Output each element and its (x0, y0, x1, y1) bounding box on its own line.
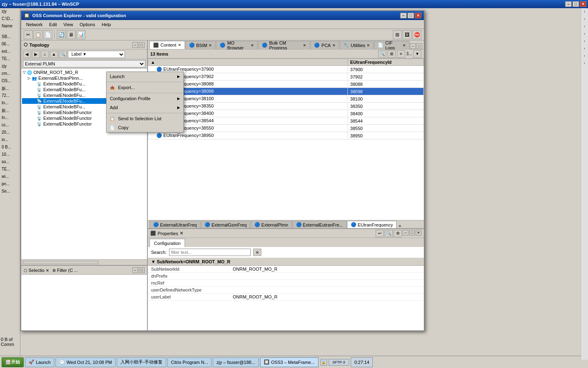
toolbar-chart[interactable]: 📊 (76, 30, 85, 39)
tab-bsim-close[interactable]: ✕ (209, 43, 212, 47)
ime-item-4[interactable]: r (581, 32, 588, 38)
left-panel-item-1[interactable]: zjy (0, 8, 20, 16)
taskbar-datetime[interactable]: 🕙 Wed Oct 21, 10:08 PM (56, 357, 116, 367)
toolbar-refresh[interactable]: 🔄 (57, 30, 66, 39)
props-minimize-btn[interactable]: – (403, 230, 408, 236)
ime-item-7[interactable]: r (581, 54, 588, 61)
table-row[interactable]: 🔵 EUtranFrequency=3840038400 (148, 110, 424, 117)
left-panel-item-23[interactable]: wi... (0, 173, 20, 181)
table-row[interactable]: 🔵 EUtranFrequency=3790037900 (148, 66, 424, 73)
left-panel-item-14[interactable]: 新... (0, 107, 20, 114)
topo-forward-btn[interactable]: ▶ (32, 51, 40, 58)
table-row[interactable]: 🔵 EUtranFrequency=3895038950 (148, 132, 424, 139)
ctx-export[interactable]: 📤 Export... (107, 83, 183, 92)
props-search-go-btn[interactable]: ✕ (253, 249, 261, 256)
left-panel-item-13[interactable]: In... (0, 100, 20, 107)
ime-item-2[interactable]: r (581, 17, 588, 24)
props-search-input[interactable] (169, 249, 251, 256)
left-panel-item-18[interactable]: in... (0, 137, 20, 144)
table-row[interactable]: 🔵 EUtranFrequency=3835038350 (148, 103, 424, 110)
left-panel-item-19[interactable]: 0 B... (0, 144, 20, 151)
left-panel-item-7[interactable]: TE... (0, 56, 20, 63)
table-row[interactable]: 🔵 EUtranFrequency=3790237902 (148, 73, 424, 81)
toolbar-right-1[interactable]: ⊞ (393, 30, 402, 39)
topo-home-btn[interactable]: ⌂ (41, 51, 49, 58)
toolbar-monitor[interactable]: 🖥 (67, 30, 76, 39)
props-close-btn[interactable]: ✕ (416, 230, 421, 236)
tab-pca[interactable]: 🔵 PCA ✕ (310, 41, 339, 49)
table-row[interactable]: 🔵 EUtranFrequency=3854438544 (148, 117, 424, 125)
ime-item-6[interactable]: r (581, 47, 588, 53)
toolbar-right-2[interactable]: 🖼 (403, 30, 412, 39)
left-panel-item-3[interactable]: Name (0, 23, 20, 30)
tree-scrollbar[interactable] (21, 259, 147, 265)
selection-tab[interactable]: ⬡ Selectio ✕ (24, 268, 49, 273)
left-panel-item-4[interactable]: SB... (0, 34, 20, 41)
topo-plmn-dropdown[interactable]: External PLMN (23, 60, 145, 67)
ctx-launch[interactable]: Launch ▶ (107, 72, 183, 81)
tab-bsim[interactable]: 🔵 BSIM ✕ (185, 41, 216, 49)
systray-lock[interactable]: 🔒 (321, 359, 327, 366)
table-row[interactable]: 🔵 EUtranFrequency=3855038550 (148, 125, 424, 132)
left-panel-item-15[interactable]: In... (0, 114, 20, 122)
btab-more-btn[interactable]: » (397, 223, 403, 228)
props-search-btn[interactable]: 🔍 (385, 230, 393, 237)
table-row[interactable]: 🔵 EUtranFrequency=3809838098 (148, 88, 424, 95)
selection-maximize-btn[interactable]: □ (139, 267, 145, 273)
col-header-name[interactable]: ▲ (148, 59, 348, 66)
ime-item-8[interactable]: r (581, 61, 588, 68)
oss-maximize-btn[interactable]: □ (408, 13, 414, 18)
ctx-add[interactable]: Add ▶ (107, 103, 183, 112)
content-search-btn[interactable]: 🔍 (378, 50, 386, 58)
topology-maximize-btn[interactable]: □ (139, 42, 145, 48)
content-maximize-btn[interactable]: □ (416, 43, 422, 49)
left-panel-item-12[interactable]: 72... (0, 92, 20, 100)
ime-item-3[interactable]: r (581, 25, 588, 31)
table-row[interactable]: 🔵 EUtranFrequency=3808838088 (148, 81, 424, 88)
tab-bulkcm-close[interactable]: ✕ (303, 43, 306, 47)
tab-pca-close[interactable]: ✕ (332, 43, 336, 47)
tab-mobrowser-close[interactable]: ✕ (251, 43, 254, 47)
topo-up-btn[interactable]: ▲ (50, 51, 58, 58)
tab-content[interactable]: ⬛ Content ✕ (149, 41, 185, 49)
btab-ext-eutran[interactable]: 🔵 ExternalEutranFre... (292, 221, 347, 228)
oss-close-btn[interactable]: ✕ (415, 13, 421, 18)
toolbar-paste[interactable]: 📄 (43, 30, 52, 39)
left-panel-item-2[interactable]: C:\D... (0, 16, 20, 23)
taskbar-citrix[interactable]: Citrix Program N... (167, 357, 212, 367)
toolbar-cut[interactable]: ✂ (24, 30, 33, 39)
menu-network[interactable]: Network (23, 21, 46, 28)
tree-hscroll[interactable] (23, 261, 98, 264)
tab-ciflogs-close[interactable]: ✕ (403, 43, 406, 47)
left-panel-item-16[interactable]: cc... (0, 122, 20, 129)
tab-content-close[interactable]: ✕ (178, 43, 181, 47)
winscp-minimize-btn[interactable]: – (565, 1, 572, 7)
topo-search-btn[interactable]: 🔍 (59, 51, 67, 58)
btab-eutran-freq[interactable]: 🔵 EUtranFrequency (347, 221, 396, 228)
tab-utilities[interactable]: 🔧 Utilities ✕ (340, 41, 374, 49)
left-panel-item-6[interactable]: ext... (0, 48, 20, 56)
left-panel-item-11[interactable]: 新... (0, 85, 20, 92)
btab-ext-gsm[interactable]: 🔵 ExternalGsmFreq (201, 221, 250, 228)
btab-ext-plmn[interactable]: 🔵 ExternalPlmn (251, 221, 292, 228)
left-panel-item-25[interactable]: Se... (0, 188, 20, 195)
ime-item-5[interactable]: r (581, 39, 588, 46)
menu-help[interactable]: Help (98, 21, 114, 28)
systray-sftp[interactable]: SFTP-3 (329, 359, 349, 366)
tab-ciflogs[interactable]: 📄 CIF Logs ✕ (374, 41, 410, 49)
oss-minimize-btn[interactable]: – (400, 13, 407, 18)
tab-utilities-close[interactable]: ✕ (367, 43, 370, 47)
content-page-btn[interactable]: ▼ (413, 50, 421, 58)
content-list-btn[interactable]: ≡ (397, 50, 405, 58)
left-panel-item-8[interactable]: zjy (0, 63, 20, 70)
toolbar-copy[interactable]: 📋 (33, 30, 42, 39)
props-tab-config[interactable]: Configuration (149, 239, 185, 247)
left-panel-item-21[interactable]: so... (0, 159, 20, 166)
props-close-icon[interactable]: ✕ (180, 231, 183, 236)
left-panel-item-17[interactable]: 20... (0, 129, 20, 137)
menu-options[interactable]: Options (76, 21, 98, 28)
left-panel-item-10[interactable]: OS... (0, 78, 20, 85)
topo-label-dropdown[interactable]: Label ▼ (68, 51, 125, 58)
props-btn-2[interactable]: ⚙ (394, 230, 402, 237)
selection-minimize-btn[interactable]: – (132, 267, 138, 273)
